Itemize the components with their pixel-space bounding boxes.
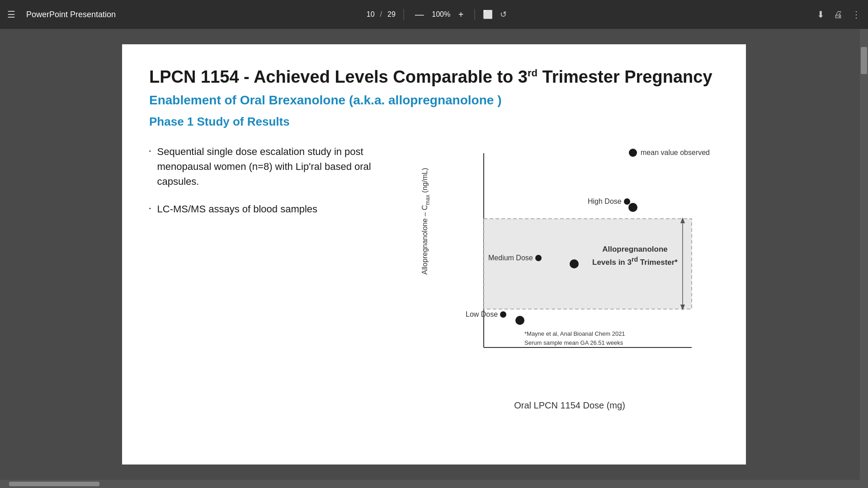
total-pages: 29 <box>387 10 396 19</box>
zoom-in-button[interactable]: + <box>456 9 467 20</box>
low-dose-dot <box>515 316 524 325</box>
fit-page-icon[interactable]: ⬜ <box>483 9 493 19</box>
right-icons: ⬇ 🖨 ⋮ <box>817 9 861 20</box>
slide-left: • Sequential single dose escalation stud… <box>149 140 393 388</box>
chart-container: Allopregnanolone – Cmax (ng/mL) mean val… <box>425 140 710 388</box>
bullet-item-1: • Sequential single dose escalation stud… <box>149 144 393 189</box>
print-icon[interactable]: 🖨 <box>834 9 843 20</box>
rotate-icon[interactable]: ↺ <box>500 9 507 19</box>
chart-svg-wrapper: Low Dose Medium Dose High Dose <box>452 149 705 370</box>
bullet-item-2: • LC-MS/MS assays of blood samples <box>149 202 393 216</box>
slide-subtitle: Enablement of Oral Brexanolone (a.k.a. a… <box>149 93 719 108</box>
slide-section-title: Phase 1 Study of Results <box>149 115 719 129</box>
bullet-text-1: Sequential single dose escalation study … <box>157 144 393 189</box>
slide: LPCN 1154 - Achieved Levels Comparable t… <box>122 44 746 465</box>
reference-note: *Mayne et al, Anal Bioanal Chem 2021 Ser… <box>524 329 625 348</box>
ref-line2: Serum sample mean GA 26.51 weeks <box>524 339 623 346</box>
bullet-dot-1: • <box>149 148 151 155</box>
slide-right: Allopregnanolone – Cmax (ng/mL) mean val… <box>407 140 719 388</box>
zoom-out-button[interactable]: — <box>412 9 427 20</box>
high-dose-label: High Dose <box>588 197 630 206</box>
toolbar: ☰ PowerPoint Presentation / 29 — 100% + … <box>0 0 868 29</box>
allo-levels-label: Allopregnanolone Levels in 3rd Trimester… <box>592 244 678 268</box>
medium-dose-label: Medium Dose <box>488 254 542 262</box>
slide-title-part1: LPCN 1154 - Achieved Levels Comparable t… <box>149 67 528 86</box>
medium-dose-text: Medium Dose <box>488 254 533 262</box>
nav-controls: / 29 — 100% + ⬜ ↺ <box>361 9 507 20</box>
slide-title-part2: Trimester Pregnancy <box>538 67 712 86</box>
divider-2 <box>474 9 475 20</box>
content-area: LPCN 1154 - Achieved Levels Comparable t… <box>0 29 868 480</box>
high-dose-text: High Dose <box>588 197 622 206</box>
download-icon[interactable]: ⬇ <box>817 9 825 20</box>
page-separator: / <box>380 10 382 19</box>
ref-line1: *Mayne et al, Anal Bioanal Chem 2021 <box>524 330 625 337</box>
menu-icon[interactable]: ☰ <box>7 9 15 20</box>
medium-dose-dot <box>570 259 579 268</box>
slide-title-sup: rd <box>528 67 538 79</box>
divider-1 <box>404 9 404 20</box>
bullet-dot-2: • <box>149 205 151 212</box>
scroll-thumb-horizontal[interactable] <box>9 482 99 486</box>
scrollbar[interactable] <box>860 29 868 480</box>
medium-dose-dot-label <box>535 255 542 261</box>
low-dose-text: Low Dose <box>466 310 498 319</box>
low-dose-dot-label <box>500 311 506 318</box>
more-options-icon[interactable]: ⋮ <box>852 9 861 20</box>
bottom-scrollbar[interactable] <box>0 480 868 488</box>
scroll-thumb[interactable] <box>861 47 867 74</box>
low-dose-label: Low Dose <box>466 310 506 319</box>
current-page-input[interactable] <box>361 10 375 19</box>
x-axis-label: Oral LPCN 1154 Dose (mg) <box>514 400 625 411</box>
high-dose-dot-label <box>624 198 630 205</box>
bullet-text-2: LC-MS/MS assays of blood samples <box>157 202 318 216</box>
slide-title: LPCN 1154 - Achieved Levels Comparable t… <box>149 67 719 88</box>
y-axis-label: Allopregnanolone – Cmax (ng/mL) <box>421 153 430 289</box>
slide-body: • Sequential single dose escalation stud… <box>149 140 719 388</box>
zoom-level: 100% <box>430 10 452 19</box>
